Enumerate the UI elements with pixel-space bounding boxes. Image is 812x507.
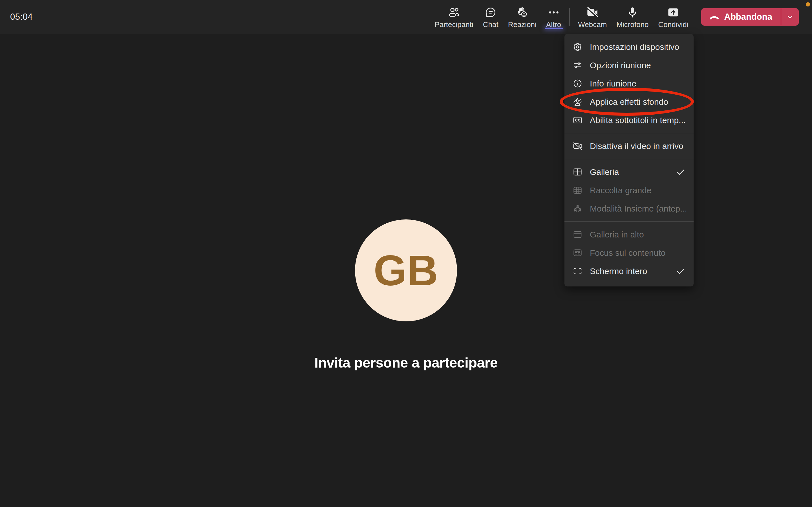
share-label: Condividi — [658, 20, 689, 29]
menu-item-content-focus[interactable]: Focus sul contenuto — [564, 244, 694, 262]
more-icon — [547, 6, 560, 19]
fullscreen-icon — [572, 266, 583, 276]
menu-item-turn-off-incoming-video[interactable]: Disattiva il video in arrivo — [564, 137, 694, 155]
active-tab-indicator — [545, 27, 563, 29]
webcam-button[interactable]: Webcam — [573, 3, 612, 31]
menu-item-label: Info riunione — [590, 79, 637, 89]
menu-item-gallery-at-top[interactable]: Galleria in alto — [564, 225, 694, 244]
menu-item-meeting-info[interactable]: Info riunione — [564, 74, 694, 93]
chevron-down-icon — [785, 12, 795, 21]
menu-item-label: Applica effetti sfondo — [590, 97, 668, 107]
menu-item-label: Opzioni riunione — [590, 61, 651, 70]
leave-label: Abbandona — [724, 12, 772, 22]
menu-item-label: Modalità Insieme (antep... — [590, 204, 686, 214]
microphone-label: Microfono — [616, 20, 649, 29]
reactions-button[interactable]: Reazioni — [503, 3, 541, 31]
reactions-icon — [516, 6, 529, 19]
leave-options-button[interactable] — [781, 8, 799, 25]
menu-item-label: Focus sul contenuto — [590, 248, 666, 258]
menu-item-label: Schermo intero — [590, 267, 647, 276]
chat-icon — [484, 6, 497, 19]
menu-item-label: Abilita sottotitoli in temp... — [590, 115, 686, 125]
more-button[interactable]: Altro — [541, 3, 566, 31]
menu-item-label: Raccolta grande — [590, 186, 651, 195]
leave-button[interactable]: Abbandona — [701, 8, 781, 25]
gallery-top-icon — [572, 229, 583, 240]
chat-label: Chat — [483, 20, 499, 29]
menu-item-together-mode[interactable]: Modalità Insieme (antep... — [564, 200, 694, 218]
menu-item-label: Galleria in alto — [590, 230, 644, 239]
webcam-label: Webcam — [578, 20, 607, 29]
menu-item-fullscreen[interactable]: Schermo intero — [564, 262, 694, 280]
recording-indicator-dot — [806, 2, 810, 6]
chat-button[interactable]: Chat — [478, 3, 503, 31]
meeting-top-bar: 05:04 Partecipanti Chat — [0, 0, 812, 34]
microphone-button[interactable]: Microfono — [612, 3, 653, 31]
gear-icon — [572, 42, 583, 52]
menu-item-background-effects[interactable]: Applica effetti sfondo — [564, 93, 694, 111]
check-icon — [675, 266, 686, 276]
large-gallery-icon — [572, 185, 583, 195]
participants-label: Partecipanti — [435, 20, 473, 29]
microphone-icon — [626, 6, 639, 19]
menu-item-label: Disattiva il video in arrivo — [590, 142, 683, 151]
share-button[interactable]: Condividi — [654, 3, 693, 31]
toolbar-divider — [569, 8, 570, 25]
people-icon — [448, 6, 460, 19]
reactions-label: Reazioni — [508, 20, 537, 29]
menu-item-label: Galleria — [590, 167, 619, 177]
check-icon — [675, 167, 686, 177]
avatar-initials: GB — [373, 246, 439, 295]
content-focus-icon — [572, 247, 583, 258]
leave-split-button: Abbandona — [701, 8, 799, 25]
more-menu: Impostazioni dispositivo Opzioni riunion… — [564, 34, 694, 286]
menu-separator — [564, 133, 694, 133]
menu-item-device-settings[interactable]: Impostazioni dispositivo — [564, 38, 694, 56]
avatar: GB — [355, 219, 457, 321]
menu-separator — [564, 159, 694, 159]
share-icon — [667, 6, 680, 19]
menu-item-meeting-options[interactable]: Opzioni riunione — [564, 56, 694, 74]
incoming-video-off-icon — [572, 141, 583, 151]
participants-button[interactable]: Partecipanti — [430, 3, 478, 31]
background-effects-icon — [572, 97, 583, 107]
captions-icon — [572, 115, 583, 125]
info-icon — [572, 78, 583, 89]
menu-item-large-gallery[interactable]: Raccolta grande — [564, 181, 694, 200]
invite-text: Invita persone a partecipare — [314, 355, 498, 371]
together-mode-icon — [572, 203, 583, 214]
meeting-timer: 05:04 — [10, 12, 33, 22]
menu-separator — [564, 221, 694, 222]
menu-item-gallery[interactable]: Galleria — [564, 163, 694, 181]
hangup-icon — [709, 11, 720, 22]
sliders-icon — [572, 60, 583, 70]
gallery-icon — [572, 167, 583, 177]
webcam-off-icon — [586, 6, 599, 19]
menu-item-label: Impostazioni dispositivo — [590, 42, 679, 52]
menu-item-live-captions[interactable]: Abilita sottotitoli in temp... — [564, 111, 694, 129]
